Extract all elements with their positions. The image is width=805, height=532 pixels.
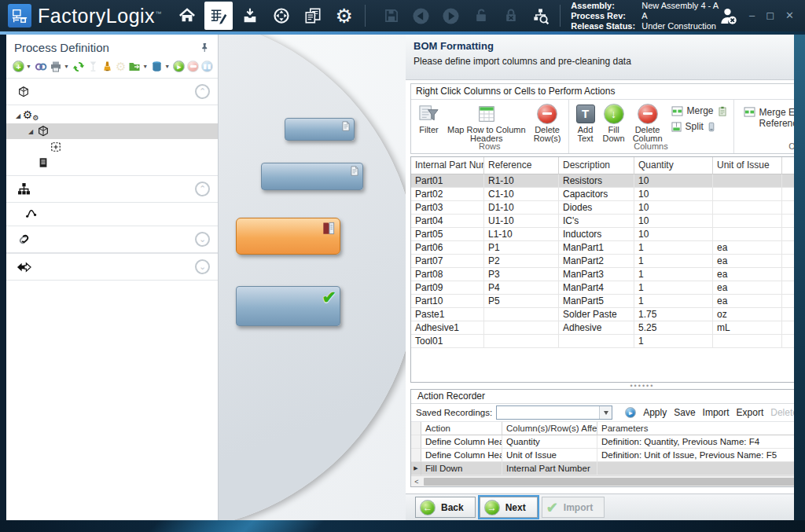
table-row[interactable]: Part03D1-10Diodes10 [411,201,805,215]
column-header[interactable]: Quantity [634,157,713,174]
dropdown-caret-icon[interactable]: ▼ [164,64,170,69]
merge-button[interactable]: Merge [671,105,727,116]
section-header-process-flow[interactable]: ⌃ [6,176,218,203]
tool-back-circle-icon[interactable] [409,3,434,28]
add-icon[interactable]: + [13,60,24,73]
back-button[interactable]: ← Back [415,497,476,518]
section-header-reroutes[interactable]: ⌄ [6,226,218,253]
table-row[interactable]: Part08P3ManPart31ea [411,268,805,281]
table-cell[interactable] [713,228,782,241]
table-cell[interactable]: Part04 [411,215,484,228]
column-header[interactable]: Reference [484,157,559,174]
tool-save-icon[interactable] [379,3,404,28]
table-cell[interactable]: Inductors [559,228,634,241]
table-cell[interactable] [484,308,559,321]
recorder-cell[interactable]: Define Column Header [421,435,502,449]
table-cell[interactable]: Part08 [411,268,484,281]
table-row[interactable]: Adhesive1Adhesive5.25mL [411,321,805,335]
table-cell[interactable]: 1.75 [634,308,713,321]
table-row[interactable]: Part05L1-10Inductors10 [411,228,805,241]
expander-icon[interactable]: ◢ [27,128,35,135]
table-cell[interactable]: ManPart2 [559,255,634,268]
table-cell[interactable] [713,188,782,201]
dropdown-caret-icon[interactable]: ▼ [26,64,31,69]
table-row[interactable]: Part07P2ManPart21ea [411,255,805,268]
table-cell[interactable]: 1 [634,241,713,255]
filter-button[interactable]: Filter [414,103,443,134]
print-icon[interactable] [50,60,62,73]
table-cell[interactable]: 1 [634,268,713,281]
pause-circle-icon[interactable]: ▮▮ [201,60,213,73]
table-row[interactable]: Part04U1-10IC's10 [411,215,805,228]
tree-item-process-flow[interactable] [6,205,218,221]
table-cell[interactable]: 1 [634,281,713,295]
table-cell[interactable]: L1-10 [484,228,559,241]
table-cell[interactable]: mL [713,321,782,335]
table-cell[interactable]: Paste1 [411,308,484,321]
table-cell[interactable]: Part05 [411,228,484,241]
table-cell[interactable]: ManPart5 [559,295,634,308]
dropdown-caret-icon[interactable]: ▼ [64,64,69,69]
table-cell[interactable] [713,335,782,348]
dropdown-caret-icon[interactable]: ▼ [142,64,148,69]
table-cell[interactable]: 10 [634,215,713,228]
recorder-cell[interactable] [597,462,805,475]
recorder-cell[interactable]: Definition: Quantity, Previous Name: F4 [597,435,805,449]
workflow-step-finish-import[interactable]: ✔ [236,286,340,326]
tool-lock-discard-icon[interactable] [498,3,524,28]
nav-documents-icon[interactable] [299,2,327,30]
user-logout-icon[interactable] [719,6,738,26]
nav-process-definition-icon[interactable] [204,2,233,30]
table-cell[interactable]: 10 [634,174,713,188]
table-cell[interactable]: 10 [634,201,713,215]
table-cell[interactable]: IC's [559,215,634,228]
recorder-cell[interactable]: Definition: Unit of Issue, Previous Name… [597,449,805,462]
pin-icon[interactable] [200,42,210,53]
map-row-to-column-headers-button[interactable]: Map Row to Column Headers [443,103,530,143]
table-cell[interactable]: C1-10 [484,188,559,201]
table-cell[interactable]: ManPart3 [559,268,634,281]
expander-icon[interactable]: ◢ [14,112,22,119]
recorder-column-header[interactable]: Parameters [597,422,805,435]
recorder-cell[interactable]: Define Column Header [421,449,502,462]
find-related-icon[interactable] [35,60,47,73]
tree-item-new-assembly-4[interactable]: ◢ [6,123,218,139]
table-cell[interactable]: ea [713,268,782,281]
nav-settings-gear-icon[interactable]: ⚙ [330,2,358,30]
table-cell[interactable]: P4 [484,281,559,295]
tool-unlock-icon[interactable] [469,3,494,28]
table-cell[interactable] [713,215,782,228]
add-text-button[interactable]: T Add Text [572,103,599,143]
table-cell[interactable]: oz [713,308,782,321]
table-cell[interactable]: 1 [634,255,713,268]
section-header-product[interactable]: ⌃ [6,79,218,105]
refresh-parts-icon[interactable] [72,60,85,73]
table-row[interactable]: Part06P1ManPart11ea [411,241,805,255]
table-row[interactable]: Part01R1-10Resistors10 [411,174,805,188]
table-cell[interactable] [484,335,559,348]
collapse-up-icon[interactable]: ⌃ [195,182,210,196]
import-button[interactable]: Import [703,407,730,418]
table-cell[interactable]: Diodes [559,201,634,215]
maximize-button[interactable]: ◻ [766,12,774,20]
collapse-down-icon[interactable]: ⌄ [195,259,210,274]
table-cell[interactable] [484,321,559,335]
table-cell[interactable]: Adhesive [559,321,634,335]
tool-process-search-icon[interactable] [528,3,553,28]
table-cell[interactable]: Part09 [411,281,484,295]
recorder-cell[interactable]: Quantity [502,435,597,449]
minimize-button[interactable]: – [749,12,755,20]
table-cell[interactable]: Resistors [559,174,634,188]
table-cell[interactable]: U1-10 [484,215,559,228]
save-button[interactable]: Save [674,407,695,418]
table-cell[interactable]: 10 [634,228,713,241]
table-cell[interactable]: ManPart4 [559,281,634,295]
apply-button[interactable]: Apply [643,407,667,418]
export-button[interactable]: Export [737,407,764,418]
recorder-cell[interactable]: Unit of Issue [502,449,597,462]
table-row[interactable]: Part09P4ManPart41ea [411,281,805,295]
table-cell[interactable]: ea [713,295,782,308]
delete-column-button[interactable]: Delete Column [629,103,667,143]
table-cell[interactable]: Capacitors [559,188,634,201]
import-button-main[interactable]: ✔ Import [542,497,605,518]
